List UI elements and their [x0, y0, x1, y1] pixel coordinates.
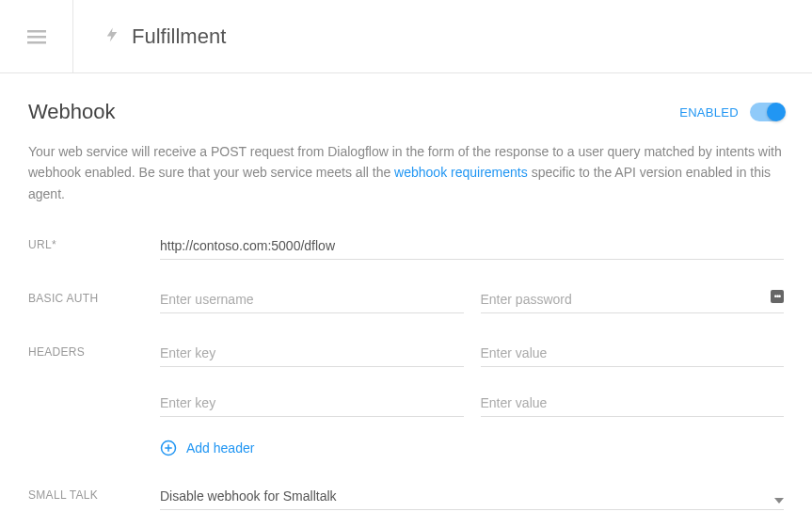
headers-fields: Add header — [160, 340, 784, 456]
webhook-toggle[interactable] — [750, 103, 784, 121]
header: Fulfillment — [0, 0, 812, 73]
svg-rect-2 — [27, 41, 46, 44]
url-label: URL* — [28, 232, 160, 251]
basic-auth-row: BASIC AUTH ••• — [28, 286, 784, 313]
add-header-button[interactable]: Add header — [160, 440, 784, 456]
url-row: URL* — [28, 232, 784, 260]
hamburger-icon — [25, 25, 48, 48]
password-wrap: ••• — [481, 286, 785, 313]
username-input[interactable] — [160, 286, 464, 313]
small-talk-label: SMALL TALK — [28, 483, 160, 502]
section-title: Webhook — [28, 100, 116, 124]
header-value-input-0[interactable] — [481, 340, 785, 367]
header-row-0 — [160, 340, 784, 367]
plus-circle-icon — [160, 440, 177, 456]
small-talk-value: Disable webhook for Smalltalk — [160, 488, 784, 504]
webhook-description: Your web service will receive a POST req… — [28, 141, 784, 204]
password-input[interactable] — [481, 286, 785, 313]
section-header: Webhook ENABLED — [28, 100, 784, 124]
basic-auth-pair: ••• — [160, 286, 784, 313]
toggle-label: ENABLED — [679, 105, 739, 120]
headers-label: HEADERS — [28, 340, 160, 359]
small-talk-select[interactable]: Disable webhook for Smalltalk — [160, 483, 784, 510]
page-title: Fulfillment — [132, 24, 226, 49]
page-title-wrap: Fulfillment — [73, 24, 226, 49]
svg-rect-0 — [27, 30, 46, 33]
url-input[interactable] — [160, 232, 784, 260]
basic-auth-label: BASIC AUTH — [28, 286, 160, 305]
bolt-icon — [103, 26, 120, 47]
small-talk-row: SMALL TALK Disable webhook for Smalltalk — [28, 483, 784, 510]
toggle-wrap: ENABLED — [679, 103, 784, 121]
password-obscured-icon[interactable]: ••• — [771, 290, 784, 303]
basic-auth-fields: ••• — [160, 286, 784, 313]
url-fields — [160, 232, 784, 260]
add-header-label: Add header — [186, 440, 254, 456]
headers-row: HEADERS Add header — [28, 340, 784, 456]
chevron-down-icon — [774, 490, 784, 507]
header-key-input-1[interactable] — [160, 390, 464, 417]
svg-rect-1 — [27, 36, 46, 39]
header-value-input-1[interactable] — [481, 390, 785, 417]
menu-button[interactable] — [0, 0, 73, 73]
header-key-input-0[interactable] — [160, 340, 464, 367]
webhook-requirements-link[interactable]: webhook requirements — [394, 165, 528, 180]
content: Webhook ENABLED Your web service will re… — [0, 73, 812, 510]
header-row-1 — [160, 390, 784, 417]
